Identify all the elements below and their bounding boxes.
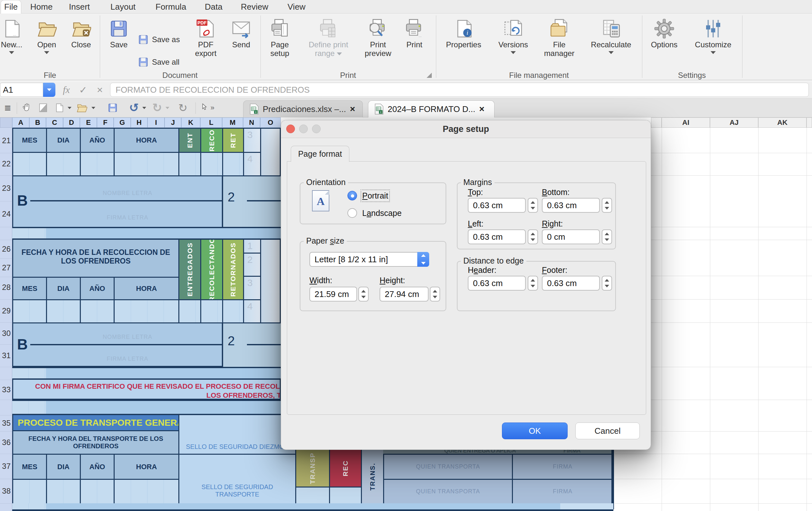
height-field[interactable]: 27.94 cm (380, 287, 429, 302)
paper-size-select[interactable]: Letter [8 1/2 x 11 in] (310, 252, 429, 267)
portrait-radio[interactable] (347, 191, 357, 201)
cell-mes-header[interactable]: MES (12, 454, 47, 480)
customize-button[interactable]: Customize (693, 19, 733, 54)
cell-empty[interactable] (46, 152, 81, 176)
col-header-I[interactable]: I (147, 117, 165, 128)
bottom-margin-stepper[interactable] (602, 198, 612, 213)
cell-recolectando[interactable]: RECOLECTANDO (200, 239, 223, 300)
print-preview-button[interactable]: Print preview (358, 19, 398, 58)
sidebar-toggle-icon[interactable]: ≡ (1, 101, 14, 115)
cell-empty[interactable] (80, 479, 115, 504)
header-distance-field[interactable]: 0.63 cm (468, 276, 526, 291)
separator-row[interactable] (12, 367, 281, 380)
cell-n3[interactable]: 3 (243, 128, 261, 153)
col-header-A[interactable]: A (12, 117, 29, 128)
cell-n4[interactable]: 4 (243, 299, 261, 323)
cell-empty[interactable] (12, 479, 47, 504)
landscape-radio-label[interactable]: Landscape (362, 209, 402, 218)
menu-view[interactable]: View (284, 0, 309, 13)
select-cursor-icon[interactable]: » (200, 101, 214, 115)
cell-hora-header[interactable]: HORA (114, 454, 179, 480)
tab-close-icon[interactable]: × (350, 104, 355, 114)
portrait-radio-label[interactable]: Portrait (362, 191, 388, 201)
cell-empty[interactable] (46, 299, 81, 323)
cell-proceso-transporte[interactable]: PROCESO DE TRANSPORTE GENERAL (12, 414, 179, 431)
cell-recolectando-cut[interactable]: RECO (200, 128, 223, 153)
cell-fecha-recoleccion-title[interactable]: FECHA Y HORA DE LA RECOLECCION DE LOS OF… (12, 239, 179, 278)
cell-ano-header[interactable]: AÑO (80, 277, 115, 300)
cell-quien-transporta-2[interactable]: QUIEN TRANSPORTA (383, 479, 513, 504)
col-header-H[interactable]: H (131, 117, 147, 128)
cell-mes-header[interactable]: MES (12, 128, 47, 153)
separator-row[interactable] (12, 400, 281, 415)
menu-home[interactable]: Home (27, 0, 56, 13)
cell-ano-header[interactable]: AÑO (80, 128, 115, 153)
cell-mes-header[interactable]: MES (12, 277, 47, 300)
cell-quien-transporta-1[interactable]: QUIEN TRANSPORTA (383, 454, 513, 480)
width-field[interactable]: 21.59 cm (310, 287, 357, 302)
doc-tab-predicaciones[interactable]: x Predicaciones.xlsx –... × (243, 100, 363, 117)
col-header-AI[interactable]: AI (662, 117, 710, 128)
tab-page-format[interactable]: Page format (291, 146, 349, 162)
cancel-button[interactable]: Cancel (575, 422, 640, 439)
cell-trans-label[interactable]: TRANS. (361, 449, 384, 504)
cell-n3[interactable]: 3 (243, 276, 261, 300)
contrast-icon[interactable] (36, 101, 50, 115)
cell-retornados-cut[interactable]: RET (222, 128, 244, 153)
cell-empty[interactable] (178, 299, 201, 323)
landscape-radio[interactable] (347, 208, 357, 218)
save-all-button[interactable]: Save all (138, 57, 179, 67)
cell-dia-header[interactable]: DIA (46, 277, 81, 300)
cell-n4[interactable]: 4 (243, 152, 261, 176)
formula-input[interactable]: FORMATO DE RECOLECCION DE OFRENDEROS (110, 83, 809, 97)
cell-empty[interactable] (114, 299, 179, 323)
menu-data[interactable]: Data (202, 0, 226, 13)
ok-button[interactable]: OK (502, 422, 568, 439)
new-dropdown-arrow[interactable] (9, 51, 14, 54)
col-header-AK[interactable]: AK (758, 117, 807, 128)
cell-retornados[interactable]: RETORNADOS (222, 239, 244, 300)
cell-empty[interactable] (200, 152, 223, 176)
cell-empty[interactable] (46, 479, 81, 504)
options-button[interactable]: Options (648, 19, 680, 49)
footer-distance-field[interactable]: 0.63 cm (542, 276, 600, 291)
menu-formula[interactable]: Formula (152, 0, 189, 13)
col-header-J[interactable]: J (165, 117, 181, 128)
signature-block-b2[interactable]: B NOMBRE LETRA FIRMA LETRA 2 (12, 323, 281, 367)
pan-hand-icon[interactable] (20, 101, 34, 115)
cell-firma-2[interactable]: FIRMA (512, 479, 613, 504)
col-header-O[interactable]: O (260, 117, 281, 128)
paper-size-select-stepper[interactable] (417, 252, 429, 267)
menu-layout[interactable]: Layout (107, 0, 139, 13)
cell-empty[interactable] (114, 152, 179, 176)
accept-icon[interactable]: ✓ (77, 83, 89, 97)
cell-dia-header[interactable]: DIA (46, 454, 81, 480)
cell-reference-dropdown[interactable] (43, 83, 55, 97)
cell-entregados-cut[interactable]: ENT (178, 128, 201, 153)
cell-empty[interactable] (200, 299, 223, 323)
cell-n2[interactable]: 2 (243, 252, 261, 277)
menu-file[interactable]: File (1, 0, 21, 13)
sheet-corner-box[interactable] (0, 117, 12, 128)
col-header-F[interactable]: F (97, 117, 114, 128)
cell-empty[interactable] (178, 152, 201, 176)
properties-button[interactable]: i Properties (445, 19, 482, 49)
save-as-button[interactable]: Save as (138, 34, 180, 45)
left-margin-field[interactable]: 0.63 cm (468, 230, 526, 244)
cell-transportados-cut[interactable]: TRANSP (295, 449, 330, 487)
versions-dropdown-arrow[interactable] (511, 51, 516, 54)
cell-empty[interactable] (222, 299, 244, 323)
col-header-B[interactable]: B (29, 117, 46, 128)
cell-firma-1[interactable]: FIRMA (512, 454, 613, 480)
footer-distance-stepper[interactable] (602, 276, 612, 291)
cell-empty[interactable] (222, 152, 244, 176)
versions-button[interactable]: Versions (497, 19, 529, 54)
customize-dropdown-arrow[interactable] (710, 51, 716, 54)
cell-entregados[interactable]: ENTREGADOS (178, 239, 201, 300)
right-margin-field[interactable]: 0 cm (542, 230, 600, 244)
recalculate-button[interactable]: Recalculate (591, 19, 631, 54)
cell-dia-header[interactable]: DIA (46, 128, 81, 153)
undo-dropdown-arrow[interactable] (141, 101, 147, 115)
define-print-range-button[interactable]: Define print range (302, 19, 355, 58)
cell-recibidos-cut[interactable]: REC (329, 449, 362, 487)
